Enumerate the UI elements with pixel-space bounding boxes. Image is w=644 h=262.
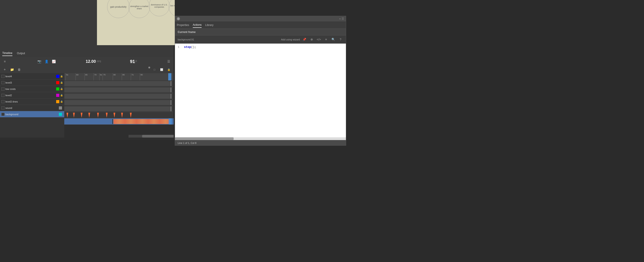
target-icon-button[interactable]: ⊕ bbox=[309, 37, 314, 42]
wizard-button[interactable]: Add using wizard bbox=[281, 38, 300, 41]
frame-ref: background:91 bbox=[178, 38, 194, 41]
frames-area bbox=[64, 80, 174, 138]
frame-end-marker bbox=[171, 100, 171, 105]
folder-layer-button[interactable]: 📁 bbox=[9, 67, 15, 72]
actions-toolbar: background:91 Add using wizard 📌 ⊕ </> ≡… bbox=[175, 36, 346, 44]
ruler-85: 85 bbox=[122, 73, 125, 80]
bubble-gain-productivity: gain productivity bbox=[107, 0, 130, 18]
cue-marker bbox=[66, 113, 68, 118]
layer-icon-background bbox=[1, 113, 4, 116]
frame-row-level4 bbox=[64, 80, 174, 87]
tab-properties[interactable]: Properties bbox=[177, 23, 189, 28]
frame-block bbox=[64, 87, 171, 92]
line-number: 1 bbox=[178, 45, 180, 49]
add-layer-button[interactable]: + bbox=[2, 67, 8, 72]
tl-right-tools: ☰ bbox=[166, 59, 172, 64]
timeline-scrollbar[interactable] bbox=[128, 135, 174, 138]
layer-lock-button[interactable]: 🔒 bbox=[166, 67, 172, 72]
actions-panel: × « ☰ Properties Actions Library Current… bbox=[175, 16, 346, 146]
pin-icon-button[interactable]: 📌 bbox=[302, 37, 307, 42]
cue-marker bbox=[130, 113, 132, 118]
close-button[interactable]: × bbox=[177, 17, 180, 20]
layer-item-background[interactable]: background bbox=[0, 111, 64, 117]
layer-color-sound bbox=[59, 106, 62, 109]
layers-icon[interactable]: ≡ bbox=[2, 59, 8, 64]
fps-label: FPS bbox=[97, 60, 101, 63]
search-icon-button[interactable]: 🔍 bbox=[330, 37, 336, 42]
cue-marker bbox=[88, 113, 90, 118]
lock-icon-level4: 🔒 bbox=[60, 75, 63, 77]
tl-center: 📷 👤 📈 bbox=[36, 59, 57, 64]
layer-view-button[interactable]: □ bbox=[152, 67, 158, 72]
layer-color-low-costs bbox=[56, 87, 59, 91]
layer-name-low-costs: low costs bbox=[6, 88, 55, 90]
tab-library[interactable]: Library bbox=[205, 23, 214, 28]
actions-scrollbar[interactable] bbox=[175, 137, 346, 140]
help-icon-button[interactable]: ? bbox=[338, 37, 343, 42]
layer-icon-low-costs bbox=[1, 87, 4, 91]
frame-row-level2 bbox=[64, 99, 174, 106]
layer-visibility-controls: □ ⬜ 🔒 bbox=[148, 67, 172, 72]
frame-row-level3 bbox=[64, 87, 174, 93]
ruler-80: 80 bbox=[113, 73, 116, 80]
graph-icon[interactable]: 📈 bbox=[51, 59, 57, 64]
layer-icon-level2-lines bbox=[1, 100, 4, 103]
layer-icon-level2 bbox=[1, 94, 4, 97]
layer-name-background: background bbox=[6, 113, 58, 116]
layer-item[interactable]: sound bbox=[0, 105, 64, 111]
fps-section: 12.00 FPS bbox=[86, 59, 101, 64]
camera-icon[interactable]: 📷 bbox=[36, 59, 42, 64]
layer-name-level2: level2 bbox=[6, 94, 55, 97]
layer-outline-button[interactable]: ⬜ bbox=[159, 67, 164, 72]
layer-item[interactable]: level3 🔒 bbox=[0, 79, 64, 86]
align-icon-button[interactable]: ≡ bbox=[323, 37, 329, 42]
waveform bbox=[114, 119, 171, 124]
lock-icon-low-costs: 🔒 bbox=[60, 88, 63, 90]
layer-color-level2-lines bbox=[56, 100, 59, 103]
resize-icon[interactable]: « bbox=[339, 17, 341, 20]
scrollbar-thumb bbox=[142, 135, 174, 138]
ruler-65: 65 bbox=[84, 73, 88, 80]
layer-item[interactable]: level2 🔒 bbox=[0, 92, 64, 98]
playhead-indicator bbox=[168, 73, 171, 80]
frame-row-low-costs bbox=[64, 93, 174, 99]
bubble-dominance: dominance of U.S. companies bbox=[149, 0, 170, 16]
layer-name-level4: level4 bbox=[6, 75, 55, 78]
ruler-70: 70 bbox=[94, 73, 96, 80]
layer-color-level4 bbox=[56, 75, 59, 78]
frame-block bbox=[64, 94, 171, 99]
person-icon[interactable]: 👤 bbox=[44, 59, 50, 64]
playhead-bar bbox=[169, 118, 172, 124]
layer-item[interactable]: level4 🔒 bbox=[0, 73, 64, 79]
layer-name-level2-lines: level2-lines bbox=[6, 100, 55, 103]
menu-icon[interactable]: ☰ bbox=[342, 17, 344, 20]
status-text: Line 1 of 1, Col 8 bbox=[178, 142, 196, 144]
actions-title-bar: × « ☰ bbox=[175, 16, 346, 22]
current-frame-label: Current frame bbox=[178, 31, 196, 34]
layer-item[interactable]: low costs 🔒 bbox=[0, 86, 64, 92]
frame-row-level2-lines bbox=[64, 106, 174, 112]
layer-color-level3 bbox=[56, 81, 59, 84]
code-area[interactable]: 1 stop(); bbox=[175, 44, 346, 141]
visibility-dot bbox=[148, 67, 150, 68]
ruler-60: 60 bbox=[76, 73, 78, 80]
frame-end-marker bbox=[171, 106, 171, 111]
layer-color-background bbox=[59, 113, 62, 116]
tab-timeline[interactable]: Timeline bbox=[2, 51, 12, 56]
cue-marker bbox=[106, 113, 108, 118]
ruler-5s: 5s bbox=[66, 73, 68, 80]
frame-row-background bbox=[64, 118, 174, 125]
code-stop-keyword: stop bbox=[184, 45, 191, 49]
layer-item[interactable]: level2-lines 🔒 bbox=[0, 98, 64, 105]
delete-layer-button[interactable]: 🗑 bbox=[16, 67, 22, 72]
cue-marker bbox=[121, 113, 123, 118]
lock-icon-level2: 🔒 bbox=[60, 94, 63, 96]
frame-label: F bbox=[136, 60, 137, 63]
code-icon-button[interactable]: </> bbox=[316, 37, 322, 42]
hamburger-menu[interactable]: ☰ bbox=[166, 59, 172, 64]
timeline-panel: Timeline Output ≡ 📷 👤 📈 12.00 FPS 91 F ☰ bbox=[0, 50, 174, 140]
timeline-toolbar: ≡ 📷 👤 📈 12.00 FPS 91 F ☰ bbox=[0, 57, 174, 66]
tab-actions[interactable]: Actions bbox=[193, 22, 202, 28]
ruler-75: 75 bbox=[102, 73, 106, 80]
tab-output[interactable]: Output bbox=[17, 51, 25, 56]
